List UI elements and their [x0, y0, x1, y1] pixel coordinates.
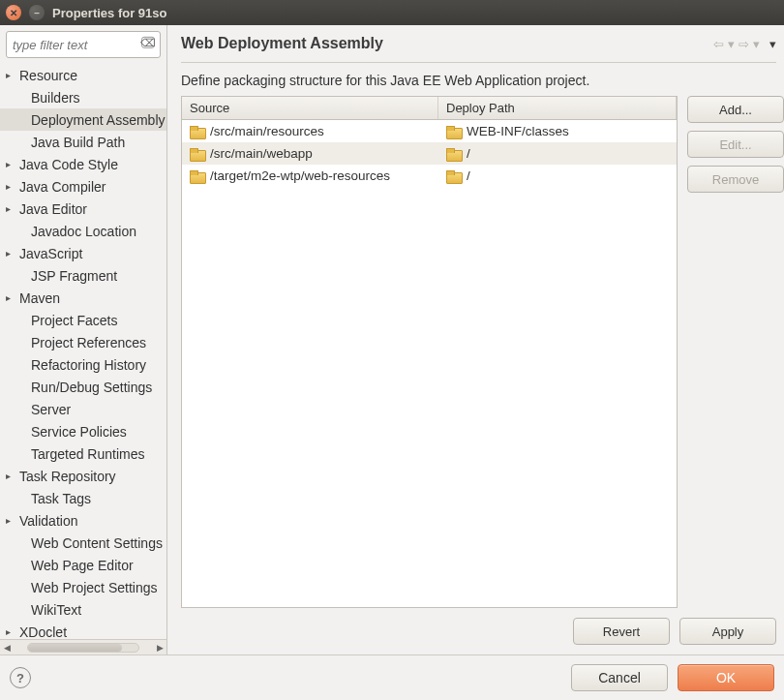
sidebar-item[interactable]: Web Page Editor: [0, 554, 166, 576]
sidebar-item[interactable]: Targeted Runtimes: [0, 442, 166, 465]
column-header-deploy[interactable]: Deploy Path: [438, 97, 677, 119]
nav-back-icon[interactable]: ⇦: [713, 37, 724, 51]
expand-arrow-icon[interactable]: ▸: [6, 181, 17, 192]
sidebar-item[interactable]: ▸Task Repository: [0, 465, 166, 487]
apply-button[interactable]: Apply: [679, 618, 776, 645]
column-header-source[interactable]: Source: [182, 97, 438, 119]
expand-arrow-icon[interactable]: ▸: [6, 515, 17, 526]
folder-icon: [190, 148, 204, 160]
cell-source-text: /src/main/resources: [210, 124, 324, 138]
cancel-button[interactable]: Cancel: [571, 664, 668, 691]
divider: [181, 62, 776, 63]
sidebar-horizontal-scrollbar[interactable]: ◀ ▶: [0, 639, 166, 654]
category-tree[interactable]: ▸ResourceBuildersDeployment AssemblyJava…: [0, 62, 166, 639]
sidebar-item[interactable]: Run/Debug Settings: [0, 376, 166, 398]
sidebar-item[interactable]: Java Build Path: [0, 131, 166, 153]
sidebar-item[interactable]: Service Policies: [0, 420, 166, 442]
titlebar: ✕ – Properties for 91so: [0, 0, 784, 25]
sidebar-item[interactable]: ▸JavaScript: [0, 242, 166, 264]
sidebar-item-label: Builders: [17, 90, 80, 106]
expand-arrow-icon[interactable]: ▸: [6, 203, 17, 214]
expand-arrow-icon[interactable]: ▸: [6, 248, 17, 259]
sidebar-item-label: Task Repository: [17, 469, 116, 484]
sidebar-item-label: Validation: [17, 513, 77, 529]
scroll-left-icon[interactable]: ◀: [0, 643, 14, 653]
sidebar-item[interactable]: Refactoring History: [0, 353, 166, 376]
assembly-table[interactable]: Source Deploy Path /src/main/resourcesWE…: [181, 96, 678, 608]
sidebar-item[interactable]: Web Content Settings: [0, 532, 166, 554]
sidebar-item[interactable]: Project Facets: [0, 309, 166, 331]
sidebar-item[interactable]: WikiText: [0, 598, 166, 621]
edit-button[interactable]: Edit...: [687, 131, 784, 158]
expand-arrow-icon[interactable]: ▸: [6, 70, 17, 80]
sidebar-item[interactable]: ▸Java Code Style: [0, 153, 166, 175]
ok-button[interactable]: OK: [678, 664, 774, 691]
filter-input[interactable]: [6, 31, 161, 58]
sidebar-item-label: XDoclet: [17, 624, 67, 640]
sidebar-item-label: JavaScript: [17, 246, 82, 261]
sidebar-item[interactable]: JSP Fragment: [0, 264, 166, 287]
sidebar-item-label: Run/Debug Settings: [17, 380, 152, 395]
sidebar-item[interactable]: ▸XDoclet: [0, 621, 166, 639]
view-menu-icon[interactable]: ▾: [769, 37, 776, 51]
sidebar-item[interactable]: ▸Resource: [0, 64, 166, 86]
add-button[interactable]: Add...: [687, 96, 784, 123]
sidebar-item[interactable]: Task Tags: [0, 487, 166, 509]
remove-button[interactable]: Remove: [687, 166, 784, 193]
sidebar-item-label: Web Content Settings: [17, 535, 163, 551]
expand-arrow-icon[interactable]: ▸: [6, 471, 17, 481]
sidebar-item[interactable]: ▸Maven: [0, 287, 166, 309]
sidebar-item-label: Project Facets: [17, 313, 117, 328]
sidebar-item[interactable]: Web Project Settings: [0, 576, 166, 598]
cell-deploy: WEB-INF/classes: [438, 124, 677, 138]
window-title: Properties for 91so: [52, 6, 167, 20]
sidebar-item[interactable]: Builders: [0, 86, 166, 108]
nav-forward-menu-icon[interactable]: ▾: [753, 37, 760, 51]
window-close-button[interactable]: ✕: [6, 5, 21, 20]
sidebar-item[interactable]: Deployment Assembly: [0, 108, 166, 131]
sidebar-item[interactable]: ▸Java Compiler: [0, 175, 166, 198]
revert-button[interactable]: Revert: [573, 618, 670, 645]
clear-filter-icon[interactable]: ⌫: [141, 37, 155, 48]
expand-arrow-icon[interactable]: ▸: [6, 626, 17, 637]
cell-source: /target/m2e-wtp/web-resources: [182, 168, 438, 183]
sidebar-item-label: Service Policies: [17, 424, 127, 440]
nav-forward-icon[interactable]: ⇨: [739, 37, 749, 51]
expand-arrow-icon[interactable]: ▸: [6, 159, 17, 169]
sidebar-item[interactable]: ▸Validation: [0, 509, 166, 532]
page-description: Define packaging structure for this Java…: [181, 73, 784, 88]
cell-deploy: /: [438, 146, 677, 161]
sidebar-item-label: Java Compiler: [17, 179, 106, 195]
table-row[interactable]: /target/m2e-wtp/web-resources/: [182, 165, 677, 187]
help-icon[interactable]: ?: [10, 667, 31, 688]
sidebar-item-label: Maven: [17, 290, 60, 306]
sidebar-item-label: Targeted Runtimes: [17, 446, 145, 462]
table-row[interactable]: /src/main/resourcesWEB-INF/classes: [182, 120, 677, 142]
folder-icon: [446, 148, 461, 160]
page-title: Web Deployment Assembly: [181, 35, 713, 52]
cell-deploy: /: [438, 168, 677, 183]
expand-arrow-icon[interactable]: ▸: [6, 292, 17, 303]
sidebar-item-label: WikiText: [17, 602, 81, 618]
folder-icon: [190, 126, 204, 137]
sidebar-item-label: Deployment Assembly: [17, 112, 166, 128]
sidebar-item[interactable]: Project References: [0, 331, 166, 353]
nav-back-menu-icon[interactable]: ▾: [728, 37, 735, 51]
folder-icon: [190, 170, 204, 182]
category-sidebar: ⌫ ▸ResourceBuildersDeployment AssemblyJa…: [0, 25, 167, 654]
page-nav-toolbar: ⇦ ▾ ⇨ ▾ ▾: [713, 37, 776, 51]
sidebar-item-label: Java Code Style: [17, 157, 118, 172]
sidebar-item-label: Task Tags: [17, 491, 91, 506]
window-minimize-button[interactable]: –: [29, 5, 45, 20]
sidebar-item-label: Resource: [17, 68, 77, 83]
cell-deploy-text: WEB-INF/classes: [467, 124, 569, 138]
sidebar-item-label: Web Page Editor: [17, 558, 134, 573]
cell-deploy-text: /: [467, 168, 470, 183]
sidebar-item[interactable]: Server: [0, 398, 166, 420]
sidebar-item[interactable]: Javadoc Location: [0, 220, 166, 242]
sidebar-item-label: Refactoring History: [17, 357, 146, 373]
scroll-right-icon[interactable]: ▶: [153, 643, 166, 653]
sidebar-item-label: Server: [17, 402, 71, 417]
sidebar-item[interactable]: ▸Java Editor: [0, 198, 166, 220]
table-row[interactable]: /src/main/webapp/: [182, 142, 677, 165]
